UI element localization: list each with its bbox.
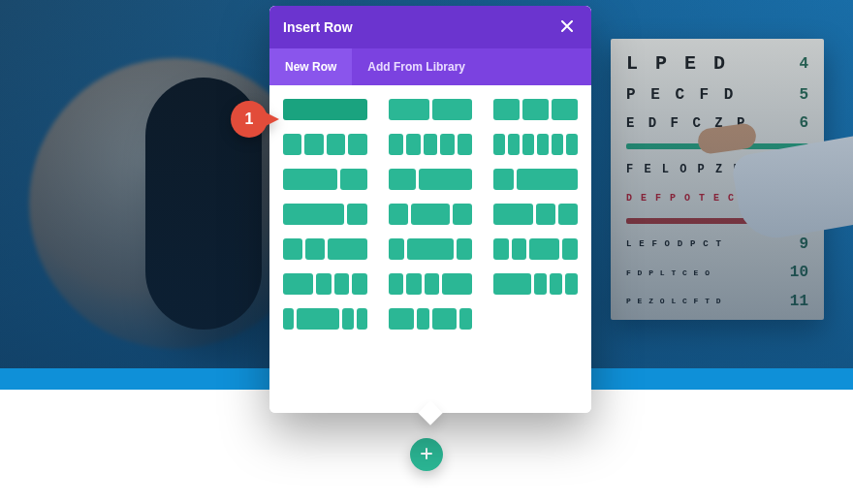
eye-chart-green-bar xyxy=(626,143,808,149)
layout-column xyxy=(534,273,547,295)
layout-option-6even[interactable] xyxy=(493,134,578,155)
layout-column xyxy=(440,134,455,155)
layout-option-1-1[interactable] xyxy=(389,99,473,120)
layout-column xyxy=(458,134,472,155)
arm-hand xyxy=(696,122,757,155)
insert-row-modal: Insert Row New Row Add From Library xyxy=(269,6,591,413)
eye-chart-row: F E L O P Z D 7 xyxy=(626,161,808,178)
layout-column xyxy=(389,238,404,260)
layout-option-1-1-1-2[interactable] xyxy=(493,238,578,260)
tab-new-row[interactable]: New Row xyxy=(269,48,352,85)
layout-column xyxy=(389,134,403,155)
eye-chart: L P E D 4 P E C F D 5 E D F C Z P 6 F E … xyxy=(611,39,824,320)
layout-column xyxy=(508,134,520,155)
layout-column xyxy=(347,204,367,225)
modal-header: Insert Row xyxy=(269,6,591,48)
layout-option-1-2[interactable] xyxy=(389,169,473,190)
layout-option-5even[interactable] xyxy=(389,134,473,155)
modal-tabs: New Row Add From Library xyxy=(269,48,591,85)
layout-option-1-1-1-1[interactable] xyxy=(283,134,367,155)
layout-option-2-1-2[interactable] xyxy=(389,308,473,330)
layout-column xyxy=(352,273,367,295)
layout-column xyxy=(389,273,404,295)
layout-option-1-1-2[interactable] xyxy=(283,238,367,260)
layout-column xyxy=(283,99,367,120)
layout-column xyxy=(411,204,450,225)
layout-column xyxy=(432,99,473,120)
layout-column xyxy=(283,204,344,225)
eye-chart-row: L E F O D P C T 9 xyxy=(626,236,808,253)
layout-column xyxy=(389,308,414,330)
modal-body xyxy=(269,85,591,413)
layout-column xyxy=(562,238,578,260)
layout-column xyxy=(316,273,332,295)
eye-chart-num: 5 xyxy=(789,86,808,104)
eye-chart-row: P E C F D 5 xyxy=(626,86,808,104)
layout-column xyxy=(419,169,473,190)
layout-option-1-3-1[interactable] xyxy=(389,238,473,260)
tab-add-from-library[interactable]: Add From Library xyxy=(352,48,481,85)
layout-option-1[interactable] xyxy=(283,99,367,120)
layout-column xyxy=(558,204,578,225)
pointing-arm xyxy=(698,116,853,233)
eye-chart-num: 4 xyxy=(789,55,808,73)
layout-column xyxy=(566,134,578,155)
layout-column xyxy=(457,238,472,260)
callout-number: 1 xyxy=(245,110,254,128)
layout-column xyxy=(529,238,559,260)
annotation-callout: 1 xyxy=(231,101,285,140)
eye-chart-num: 11 xyxy=(789,293,808,310)
layout-column xyxy=(537,134,549,155)
layout-column xyxy=(283,134,301,155)
layout-column xyxy=(493,169,514,190)
layout-option-3-1-1[interactable] xyxy=(493,273,578,295)
layout-column xyxy=(493,238,509,260)
eye-chart-red-bar xyxy=(626,218,808,224)
add-section-button[interactable] xyxy=(410,438,443,471)
modal-title: Insert Row xyxy=(283,19,353,35)
layout-option-1-2narrow[interactable] xyxy=(493,169,578,190)
eye-chart-row: D E F P O T E C 8 xyxy=(626,189,808,206)
eye-chart-letters: E D F C Z P xyxy=(626,115,779,131)
layout-column xyxy=(493,204,532,225)
callout-badge: 1 xyxy=(231,101,268,138)
layout-column xyxy=(340,169,367,190)
layout-column xyxy=(348,134,366,155)
modal-close-button[interactable] xyxy=(556,16,578,38)
layout-column xyxy=(357,308,367,330)
layout-column xyxy=(550,273,562,295)
eye-chart-letters: L P E D xyxy=(626,52,779,75)
eye-chart-num: 7 xyxy=(789,161,808,178)
layout-column xyxy=(342,308,353,330)
layout-column xyxy=(389,169,416,190)
layout-column xyxy=(424,134,438,155)
layout-column xyxy=(328,238,366,260)
layout-option-1-4tight[interactable] xyxy=(283,308,367,330)
layout-column xyxy=(522,99,549,120)
layout-option-1-1-3[interactable] xyxy=(389,273,473,295)
layout-column xyxy=(283,273,313,295)
eye-chart-num: 10 xyxy=(789,264,808,281)
eye-chart-letters: F D P L T C E O xyxy=(626,268,779,277)
layout-column xyxy=(493,99,520,120)
layout-option-1-2-1[interactable] xyxy=(389,204,473,225)
eye-chart-letters: P E C F D xyxy=(626,86,779,104)
layout-column xyxy=(425,273,440,295)
layout-option-2-1-1-1[interactable] xyxy=(283,273,367,295)
plus-icon xyxy=(421,446,432,463)
layout-option-1-1-1[interactable] xyxy=(493,99,578,120)
layout-column xyxy=(459,308,472,330)
layout-column xyxy=(453,204,472,225)
eye-chart-num: 6 xyxy=(789,114,808,132)
layout-option-2-1[interactable] xyxy=(283,169,367,190)
eye-chart-num: 8 xyxy=(789,189,808,206)
stage: L P E D 4 P E C F D 5 E D F C Z P 6 F E … xyxy=(0,0,853,504)
layout-option-2-1-1[interactable] xyxy=(493,204,578,225)
layout-column xyxy=(283,308,294,330)
layout-column xyxy=(522,134,534,155)
layout-column xyxy=(334,273,350,295)
layout-column xyxy=(417,308,429,330)
layout-option-3-1[interactable] xyxy=(283,204,367,225)
eye-chart-num: 9 xyxy=(789,236,808,253)
layout-column xyxy=(536,204,555,225)
